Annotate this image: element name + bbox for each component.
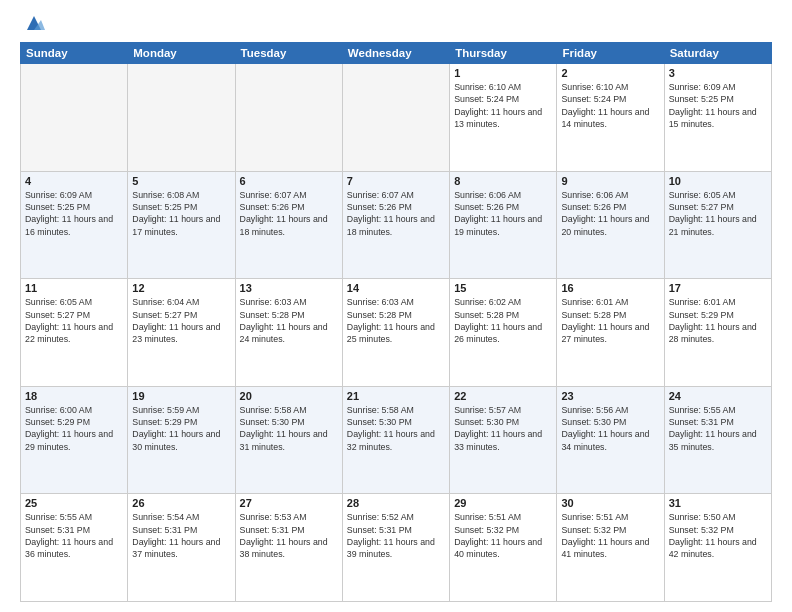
day-number: 25 <box>25 497 123 509</box>
day-info: Sunrise: 6:00 AM Sunset: 5:29 PM Dayligh… <box>25 404 123 453</box>
day-info: Sunrise: 6:01 AM Sunset: 5:29 PM Dayligh… <box>669 296 767 345</box>
weekday-header: Friday <box>557 43 664 64</box>
day-info: Sunrise: 5:53 AM Sunset: 5:31 PM Dayligh… <box>240 511 338 560</box>
day-info: Sunrise: 5:55 AM Sunset: 5:31 PM Dayligh… <box>669 404 767 453</box>
calendar-cell: 24Sunrise: 5:55 AM Sunset: 5:31 PM Dayli… <box>664 386 771 494</box>
day-number: 17 <box>669 282 767 294</box>
day-number: 18 <box>25 390 123 402</box>
calendar-cell: 14Sunrise: 6:03 AM Sunset: 5:28 PM Dayli… <box>342 279 449 387</box>
header <box>20 16 772 34</box>
calendar-header-row: SundayMondayTuesdayWednesdayThursdayFrid… <box>21 43 772 64</box>
calendar-cell: 18Sunrise: 6:00 AM Sunset: 5:29 PM Dayli… <box>21 386 128 494</box>
day-info: Sunrise: 5:56 AM Sunset: 5:30 PM Dayligh… <box>561 404 659 453</box>
calendar-cell: 25Sunrise: 5:55 AM Sunset: 5:31 PM Dayli… <box>21 494 128 602</box>
day-info: Sunrise: 6:03 AM Sunset: 5:28 PM Dayligh… <box>347 296 445 345</box>
day-info: Sunrise: 5:58 AM Sunset: 5:30 PM Dayligh… <box>240 404 338 453</box>
day-info: Sunrise: 6:06 AM Sunset: 5:26 PM Dayligh… <box>454 189 552 238</box>
calendar-cell: 21Sunrise: 5:58 AM Sunset: 5:30 PM Dayli… <box>342 386 449 494</box>
day-info: Sunrise: 5:59 AM Sunset: 5:29 PM Dayligh… <box>132 404 230 453</box>
calendar-cell: 29Sunrise: 5:51 AM Sunset: 5:32 PM Dayli… <box>450 494 557 602</box>
logo <box>20 16 45 34</box>
day-info: Sunrise: 6:06 AM Sunset: 5:26 PM Dayligh… <box>561 189 659 238</box>
calendar-cell: 10Sunrise: 6:05 AM Sunset: 5:27 PM Dayli… <box>664 171 771 279</box>
day-info: Sunrise: 6:05 AM Sunset: 5:27 PM Dayligh… <box>669 189 767 238</box>
day-number: 10 <box>669 175 767 187</box>
day-info: Sunrise: 6:08 AM Sunset: 5:25 PM Dayligh… <box>132 189 230 238</box>
calendar-cell <box>235 64 342 172</box>
calendar-cell: 22Sunrise: 5:57 AM Sunset: 5:30 PM Dayli… <box>450 386 557 494</box>
day-info: Sunrise: 5:51 AM Sunset: 5:32 PM Dayligh… <box>454 511 552 560</box>
day-number: 14 <box>347 282 445 294</box>
day-info: Sunrise: 6:04 AM Sunset: 5:27 PM Dayligh… <box>132 296 230 345</box>
day-number: 12 <box>132 282 230 294</box>
calendar-cell: 3Sunrise: 6:09 AM Sunset: 5:25 PM Daylig… <box>664 64 771 172</box>
day-number: 23 <box>561 390 659 402</box>
day-number: 21 <box>347 390 445 402</box>
calendar-cell: 2Sunrise: 6:10 AM Sunset: 5:24 PM Daylig… <box>557 64 664 172</box>
day-info: Sunrise: 5:52 AM Sunset: 5:31 PM Dayligh… <box>347 511 445 560</box>
weekday-header: Sunday <box>21 43 128 64</box>
calendar-week-row: 25Sunrise: 5:55 AM Sunset: 5:31 PM Dayli… <box>21 494 772 602</box>
day-number: 26 <box>132 497 230 509</box>
calendar-cell: 11Sunrise: 6:05 AM Sunset: 5:27 PM Dayli… <box>21 279 128 387</box>
day-number: 24 <box>669 390 767 402</box>
calendar-cell: 12Sunrise: 6:04 AM Sunset: 5:27 PM Dayli… <box>128 279 235 387</box>
day-info: Sunrise: 6:01 AM Sunset: 5:28 PM Dayligh… <box>561 296 659 345</box>
day-info: Sunrise: 6:10 AM Sunset: 5:24 PM Dayligh… <box>561 81 659 130</box>
day-number: 31 <box>669 497 767 509</box>
page: SundayMondayTuesdayWednesdayThursdayFrid… <box>0 0 792 612</box>
calendar-cell: 4Sunrise: 6:09 AM Sunset: 5:25 PM Daylig… <box>21 171 128 279</box>
day-number: 7 <box>347 175 445 187</box>
day-info: Sunrise: 5:57 AM Sunset: 5:30 PM Dayligh… <box>454 404 552 453</box>
calendar-cell: 31Sunrise: 5:50 AM Sunset: 5:32 PM Dayli… <box>664 494 771 602</box>
calendar-cell: 27Sunrise: 5:53 AM Sunset: 5:31 PM Dayli… <box>235 494 342 602</box>
calendar-cell: 23Sunrise: 5:56 AM Sunset: 5:30 PM Dayli… <box>557 386 664 494</box>
day-number: 3 <box>669 67 767 79</box>
weekday-header: Thursday <box>450 43 557 64</box>
day-info: Sunrise: 5:51 AM Sunset: 5:32 PM Dayligh… <box>561 511 659 560</box>
day-number: 19 <box>132 390 230 402</box>
calendar-week-row: 1Sunrise: 6:10 AM Sunset: 5:24 PM Daylig… <box>21 64 772 172</box>
day-info: Sunrise: 6:09 AM Sunset: 5:25 PM Dayligh… <box>25 189 123 238</box>
calendar-cell: 16Sunrise: 6:01 AM Sunset: 5:28 PM Dayli… <box>557 279 664 387</box>
calendar-cell <box>21 64 128 172</box>
day-info: Sunrise: 6:07 AM Sunset: 5:26 PM Dayligh… <box>240 189 338 238</box>
weekday-header: Wednesday <box>342 43 449 64</box>
weekday-header: Monday <box>128 43 235 64</box>
day-info: Sunrise: 6:05 AM Sunset: 5:27 PM Dayligh… <box>25 296 123 345</box>
day-info: Sunrise: 6:10 AM Sunset: 5:24 PM Dayligh… <box>454 81 552 130</box>
day-info: Sunrise: 6:02 AM Sunset: 5:28 PM Dayligh… <box>454 296 552 345</box>
day-info: Sunrise: 5:50 AM Sunset: 5:32 PM Dayligh… <box>669 511 767 560</box>
logo-icon <box>23 12 45 34</box>
calendar-cell: 5Sunrise: 6:08 AM Sunset: 5:25 PM Daylig… <box>128 171 235 279</box>
day-number: 1 <box>454 67 552 79</box>
day-info: Sunrise: 5:58 AM Sunset: 5:30 PM Dayligh… <box>347 404 445 453</box>
day-number: 6 <box>240 175 338 187</box>
calendar-cell: 7Sunrise: 6:07 AM Sunset: 5:26 PM Daylig… <box>342 171 449 279</box>
calendar-cell: 28Sunrise: 5:52 AM Sunset: 5:31 PM Dayli… <box>342 494 449 602</box>
calendar-cell <box>342 64 449 172</box>
calendar-cell: 13Sunrise: 6:03 AM Sunset: 5:28 PM Dayli… <box>235 279 342 387</box>
calendar-week-row: 18Sunrise: 6:00 AM Sunset: 5:29 PM Dayli… <box>21 386 772 494</box>
day-number: 5 <box>132 175 230 187</box>
calendar-cell: 17Sunrise: 6:01 AM Sunset: 5:29 PM Dayli… <box>664 279 771 387</box>
calendar-cell <box>128 64 235 172</box>
calendar-week-row: 11Sunrise: 6:05 AM Sunset: 5:27 PM Dayli… <box>21 279 772 387</box>
calendar-week-row: 4Sunrise: 6:09 AM Sunset: 5:25 PM Daylig… <box>21 171 772 279</box>
day-info: Sunrise: 6:07 AM Sunset: 5:26 PM Dayligh… <box>347 189 445 238</box>
day-info: Sunrise: 5:54 AM Sunset: 5:31 PM Dayligh… <box>132 511 230 560</box>
day-info: Sunrise: 6:03 AM Sunset: 5:28 PM Dayligh… <box>240 296 338 345</box>
day-number: 27 <box>240 497 338 509</box>
weekday-header: Saturday <box>664 43 771 64</box>
day-number: 20 <box>240 390 338 402</box>
day-number: 2 <box>561 67 659 79</box>
calendar-cell: 19Sunrise: 5:59 AM Sunset: 5:29 PM Dayli… <box>128 386 235 494</box>
day-info: Sunrise: 6:09 AM Sunset: 5:25 PM Dayligh… <box>669 81 767 130</box>
day-number: 29 <box>454 497 552 509</box>
weekday-header: Tuesday <box>235 43 342 64</box>
calendar-table: SundayMondayTuesdayWednesdayThursdayFrid… <box>20 42 772 602</box>
calendar-cell: 30Sunrise: 5:51 AM Sunset: 5:32 PM Dayli… <box>557 494 664 602</box>
calendar-cell: 26Sunrise: 5:54 AM Sunset: 5:31 PM Dayli… <box>128 494 235 602</box>
calendar-cell: 9Sunrise: 6:06 AM Sunset: 5:26 PM Daylig… <box>557 171 664 279</box>
day-number: 8 <box>454 175 552 187</box>
